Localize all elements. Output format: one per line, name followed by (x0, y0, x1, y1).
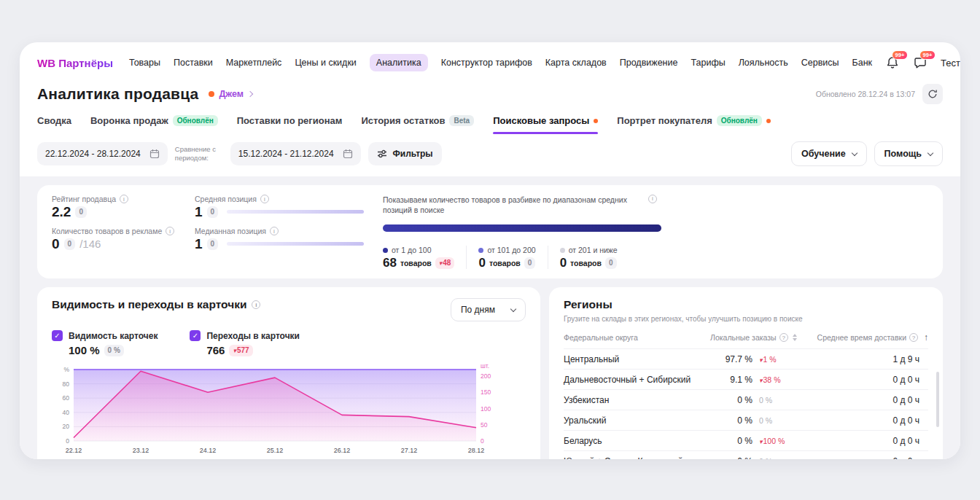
legend-dot-icon (383, 248, 388, 253)
svg-text:%: % (63, 366, 69, 373)
compare-date-input[interactable]: 15.12.2024 - 21.12.2024 (230, 142, 361, 165)
tab-search-queries[interactable]: Поисковые запросы (493, 115, 598, 134)
notifications-button[interactable]: 99+ (885, 55, 901, 70)
info-icon[interactable] (166, 227, 174, 235)
nav-item-prices-discounts[interactable]: Цены и скидки (295, 54, 356, 71)
jam-status-dot-icon (209, 91, 214, 97)
nav-item-marketplace[interactable]: Маркетплейс (226, 54, 282, 71)
compare-period-label: Сравнение с периодом: (175, 145, 223, 163)
ads-products-total: /146 (79, 238, 101, 250)
median-position-stat: Медианная позиция 1 0 (195, 227, 364, 251)
svg-text:200: 200 (481, 372, 491, 380)
chevron-down-icon (851, 149, 857, 155)
column-local-orders[interactable]: Локальные заказы (710, 333, 820, 342)
visibility-value: 100 % (69, 344, 100, 356)
nav-item-promotion[interactable]: Продвижение (620, 54, 678, 71)
distribution-bar (383, 224, 661, 232)
messages-badge: 99+ (919, 50, 936, 60)
nav-item-warehouse-map[interactable]: Карта складов (545, 54, 607, 71)
seller-rating-value: 2.2 (52, 205, 71, 219)
delta-badge: 0 (207, 206, 219, 218)
svg-text:20: 20 (63, 423, 70, 431)
average-position-stat: Средняя позиция 1 0 (195, 195, 364, 219)
position-progress-bar (227, 242, 364, 246)
sort-toggle-icon[interactable] (793, 334, 797, 341)
updated-badge: Обновлён (717, 115, 762, 126)
refresh-button[interactable] (922, 84, 943, 104)
help-icon[interactable] (909, 333, 918, 342)
header-right-group: Обновлено 28.12.24 в 13:07 (816, 84, 943, 104)
page-header: Аналитика продавца Джем Обновлено 28.12.… (37, 83, 943, 105)
regions-table-header: Федеральные округа Локальные заказы Сред… (564, 332, 928, 348)
info-icon[interactable] (648, 195, 657, 203)
refresh-icon (928, 89, 938, 99)
region-row: Южный + Северо-Кавказский 0 % 0 % 0 д 0 … (564, 450, 928, 459)
tab-supplies-by-regions[interactable]: Поставки по регионам (237, 115, 343, 134)
svg-text:23.12: 23.12 (133, 447, 149, 454)
median-position-value: 1 (195, 237, 203, 251)
nav-item-supplies[interactable]: Поставки (174, 54, 213, 71)
tab-summary[interactable]: Сводка (37, 115, 71, 134)
transitions-checkbox[interactable] (190, 330, 201, 341)
analytics-tabs: Сводка Воронка продаж Обновлён Поставки … (37, 115, 943, 134)
legend-dot-icon (478, 248, 483, 253)
updated-badge: Обновлён (173, 115, 218, 126)
jam-link[interactable]: Джем (209, 89, 252, 99)
svg-text:24.12: 24.12 (200, 447, 217, 454)
ads-products-stat: Количество товаров в рекламе 0 0 /146 (52, 227, 195, 251)
scrollbar-thumb[interactable] (936, 372, 939, 427)
notifications-badge: 99+ (892, 50, 908, 60)
column-federal-districts: Федеральные округа (564, 333, 710, 342)
visibility-transitions-card: Видимость и переходы в карточки По дням … (37, 287, 540, 459)
column-delivery-time[interactable]: Среднее время доставки (820, 333, 918, 342)
down-triangle-icon (233, 345, 236, 355)
distribution-bucket-101-200: от 101 до 200 0 товаров 0 (466, 246, 547, 269)
region-row: Дальневосточный + Сибирский 9.1 % 38 % 0… (564, 369, 928, 389)
wb-logo[interactable]: WB Партнёры (37, 57, 113, 69)
visibility-transitions-chart: 020406080%050100150200шт.22.1223.1224.12… (52, 362, 505, 459)
delta-badge: 0 (75, 206, 87, 218)
info-icon[interactable] (252, 300, 260, 309)
info-icon[interactable] (260, 195, 269, 203)
down-triangle-icon (759, 437, 763, 445)
svg-text:50: 50 (481, 421, 488, 429)
svg-text:60: 60 (63, 395, 70, 402)
transitions-value: 766 (206, 344, 225, 356)
messages-button[interactable]: 99+ (913, 55, 929, 70)
delta-badge: 577 (229, 345, 252, 356)
nav-item-loyalty[interactable]: Лояльность (739, 54, 788, 71)
period-date-input[interactable]: 22.12.2024 - 28.12.2024 (37, 142, 168, 165)
tab-stock-history[interactable]: История остатков Beta (361, 115, 474, 134)
svg-text:100: 100 (481, 405, 491, 413)
nav-item-tariffs[interactable]: Тарифы (691, 54, 725, 71)
tab-buyer-portrait[interactable]: Портрет покупателя Обновлён (617, 115, 771, 134)
period-value: 22.12.2024 - 28.12.2024 (45, 149, 141, 159)
down-triangle-icon (439, 258, 443, 267)
nav-item-services[interactable]: Сервисы (801, 54, 839, 71)
svg-text:26.12: 26.12 (334, 447, 351, 454)
nav-item-bank[interactable]: Банк (852, 54, 873, 71)
chevron-right-icon (247, 91, 253, 97)
svg-text:0: 0 (66, 437, 69, 445)
sort-ascending-icon[interactable] (918, 332, 928, 343)
info-icon[interactable] (120, 195, 128, 203)
tab-sales-funnel[interactable]: Воронка продаж Обновлён (90, 115, 218, 134)
distribution-bucket-201-below: от 201 и ниже 0 товаров 0 (548, 246, 629, 269)
chevron-down-icon (510, 306, 516, 312)
nav-item-products[interactable]: Товары (129, 54, 160, 71)
nav-item-analytics[interactable]: Аналитика (370, 54, 428, 71)
svg-text:28.12: 28.12 (468, 447, 485, 454)
account-menu[interactable]: Тест1 (941, 58, 960, 69)
training-menu-button[interactable]: Обучение (791, 141, 867, 166)
granularity-select[interactable]: По дням (451, 298, 526, 321)
help-icon[interactable] (779, 333, 788, 342)
calendar-icon (149, 149, 160, 159)
info-icon[interactable] (270, 227, 279, 235)
filters-button[interactable]: Фильтры (368, 142, 442, 165)
chevron-down-icon (928, 149, 933, 155)
help-menu-button[interactable]: Помощь (874, 141, 943, 166)
visibility-checkbox[interactable] (52, 330, 63, 341)
nav-item-tariff-constructor[interactable]: Конструктор тарифов (441, 54, 532, 71)
top-navigation: WB Партнёры Товары Поставки Маркетплейс … (37, 51, 943, 74)
card-title: Видимость и переходы в карточки (52, 298, 246, 311)
